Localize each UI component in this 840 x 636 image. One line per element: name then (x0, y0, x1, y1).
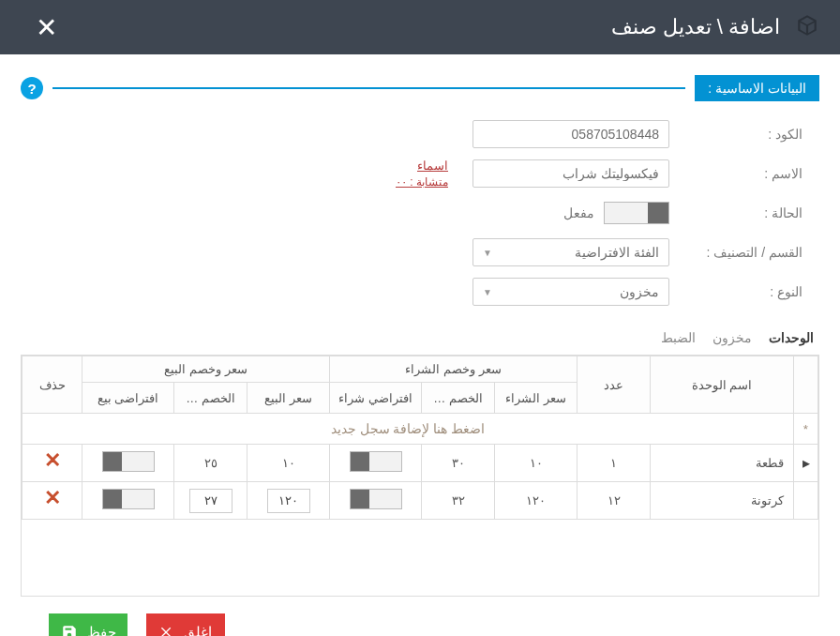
cell-buy-disc[interactable]: ٣٠ (422, 445, 495, 482)
cell-buy-disc[interactable]: ٣٢ (422, 482, 495, 520)
similar-names-link[interactable]: اسماء (417, 158, 448, 174)
name-input[interactable] (472, 159, 669, 188)
row-name: الاسم : اسماء متشابة : ٠٠ (38, 154, 802, 193)
toggle-sell-default[interactable] (102, 451, 155, 472)
cell-count[interactable]: ١٢ (578, 482, 651, 520)
titlebar-left: اضافة \ تعديل صنف (611, 13, 819, 41)
grid-add-row[interactable]: * اضغط هنا لإضافة سجل جديد (22, 414, 818, 445)
save-button[interactable]: حفظ (49, 613, 128, 636)
tab-units[interactable]: الوحدات (769, 330, 814, 345)
cell-sell-default[interactable] (82, 482, 174, 520)
status-text: مفعل (563, 205, 594, 220)
cell-buy-default[interactable] (330, 445, 422, 482)
status-toggle-wrap: مفعل (472, 202, 669, 224)
row-category: القسم / التصنيف : الفئة الافتراضية ▼ (38, 233, 802, 272)
help-icon[interactable]: ? (21, 77, 43, 99)
category-value: الفئة الافتراضية (575, 245, 659, 260)
sell-disc-input[interactable] (189, 489, 232, 513)
tabstrip: الوحدات مخزون الضبط (21, 319, 819, 355)
grid-add-indicator: * (794, 414, 818, 445)
cell-sell-default[interactable] (82, 445, 174, 482)
units-grid: اسم الوحدة عدد سعر وخصم الشراء سعر وخصم … (22, 356, 818, 520)
grid-add-hint[interactable]: اضغط هنا لإضافة سجل جديد (22, 414, 794, 445)
chevron-down-icon: ▼ (483, 287, 492, 297)
label-type: النوع : (690, 284, 802, 299)
col-unit-name[interactable]: اسم الوحدة (651, 356, 794, 414)
col-sell-default[interactable]: افتراضى بيع (82, 383, 174, 414)
cell-unit[interactable]: قطعة (651, 445, 794, 482)
grid-frame: اسم الوحدة عدد سعر وخصم الشراء سعر وخصم … (21, 355, 819, 597)
table-row[interactable]: ▸ قطعة ١ ١٠ ٣٠ ١٠ ٢٥ ✕ (22, 445, 818, 482)
col-count[interactable]: عدد (578, 356, 651, 414)
row-type: النوع : مخزون ▼ (38, 272, 802, 311)
cell-count[interactable]: ١ (578, 445, 651, 482)
titlebar: اضافة \ تعديل صنف ✕ (0, 0, 840, 54)
col-buy-price[interactable]: سعر الشراء (495, 383, 578, 414)
type-value: مخزون (620, 284, 659, 299)
cell-sell-price[interactable] (248, 482, 330, 520)
cell-unit[interactable]: كرتونة (651, 482, 794, 520)
type-select[interactable]: مخزون ▼ (472, 278, 669, 306)
row-indicator: ▸ (794, 445, 818, 482)
cell-sell-price[interactable]: ١٠ (248, 445, 330, 482)
save-button-label: حفظ (87, 624, 116, 636)
sell-price-input[interactable] (267, 489, 310, 513)
footer: اغلق حفظ (0, 597, 840, 636)
save-icon (61, 624, 78, 636)
col-group-sell: سعر وخصم البيع (82, 356, 330, 383)
grid-indicator-header (794, 356, 818, 414)
similar-names-count[interactable]: متشابة : ٠٠ (396, 174, 448, 190)
section-heading: البيانات الاساسية : (695, 75, 819, 101)
label-code: الكود : (690, 127, 802, 142)
tabs-area: الوحدات مخزون الضبط (0, 319, 840, 355)
row-code: الكود : (38, 114, 802, 154)
cell-buy-price[interactable]: ١٢٠ (495, 482, 578, 520)
close-button[interactable]: اغلق (146, 613, 225, 636)
form: الكود : الاسم : اسماء متشابة : ٠٠ الحالة… (0, 111, 840, 319)
delete-icon[interactable]: ✕ (44, 448, 61, 472)
row-status: الحالة : مفعل (38, 193, 802, 233)
cell-sell-disc[interactable] (174, 482, 248, 520)
cube-icon (795, 13, 819, 41)
col-sell-disc[interactable]: الخصم … (174, 383, 248, 414)
section-divider (52, 87, 685, 89)
col-sell-price[interactable]: سعر البيع (248, 383, 330, 414)
table-row[interactable]: كرتونة ١٢ ١٢٠ ٣٢ ✕ (22, 482, 818, 520)
toggle-sell-default[interactable] (102, 489, 155, 509)
close-icon (159, 625, 174, 636)
close-icon[interactable]: ✕ (36, 12, 57, 43)
label-status: الحالة : (690, 205, 802, 220)
section-header: البيانات الاساسية : ? (0, 54, 840, 111)
col-buy-disc[interactable]: الخصم … (422, 383, 495, 414)
cell-buy-default[interactable] (330, 482, 422, 520)
tab-stock[interactable]: مخزون (712, 330, 752, 345)
toggle-buy-default[interactable] (350, 451, 402, 472)
col-group-buy: سعر وخصم الشراء (330, 356, 578, 383)
tab-settings[interactable]: الضبط (661, 330, 696, 345)
chevron-down-icon: ▼ (483, 248, 492, 258)
toggle-buy-default[interactable] (350, 489, 402, 509)
cell-delete: ✕ (22, 482, 82, 520)
label-category: القسم / التصنيف : (690, 245, 802, 260)
cell-delete: ✕ (22, 445, 82, 482)
label-name: الاسم : (690, 166, 802, 181)
status-toggle[interactable] (604, 202, 669, 224)
titlebar-title: اضافة \ تعديل صنف (611, 15, 780, 39)
cell-sell-disc[interactable]: ٢٥ (174, 445, 248, 482)
close-button-label: اغلق (184, 624, 212, 636)
code-input[interactable] (472, 120, 669, 148)
delete-icon[interactable]: ✕ (44, 486, 61, 509)
col-delete: حذف (22, 356, 82, 414)
cell-buy-price[interactable]: ١٠ (495, 445, 578, 482)
category-select[interactable]: الفئة الافتراضية ▼ (472, 238, 669, 266)
col-buy-default[interactable]: افتراضي شراء (330, 383, 422, 414)
grid-group-row: اسم الوحدة عدد سعر وخصم الشراء سعر وخصم … (22, 356, 818, 383)
row-indicator (794, 482, 818, 520)
